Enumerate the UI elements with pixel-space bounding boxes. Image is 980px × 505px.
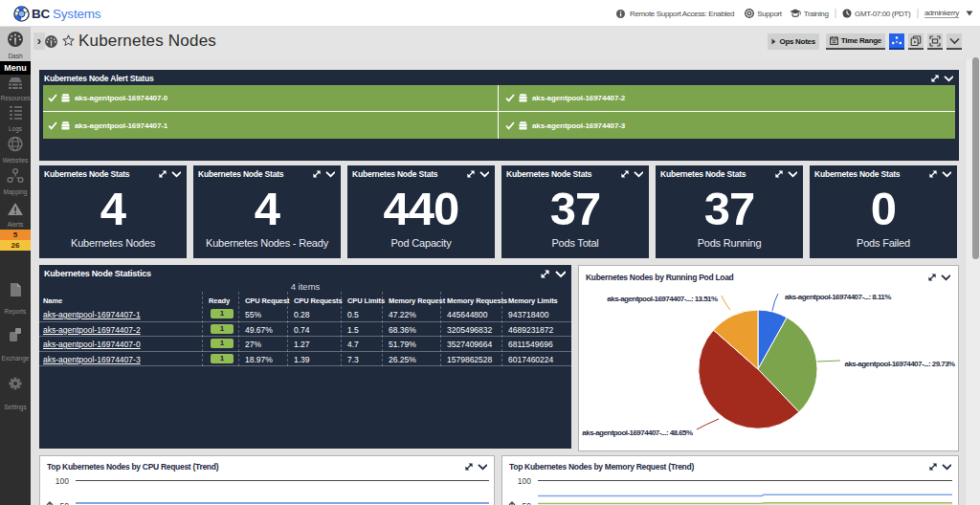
svg-text:aks-agentpool-16974407-...: 29: aks-agentpool-16974407-...: 29.73% (845, 360, 956, 368)
svg-text:aks-agentpool-16974407-...: 48: aks-agentpool-16974407-...: 48.65% (582, 428, 693, 437)
svg-text:aks-agentpool-16974407-...: 8.: aks-agentpool-16974407-...: 8.11% (785, 293, 891, 301)
svg-text:aks-agentpool-16974407-...: 13: aks-agentpool-16974407-...: 13.51% (607, 295, 718, 303)
